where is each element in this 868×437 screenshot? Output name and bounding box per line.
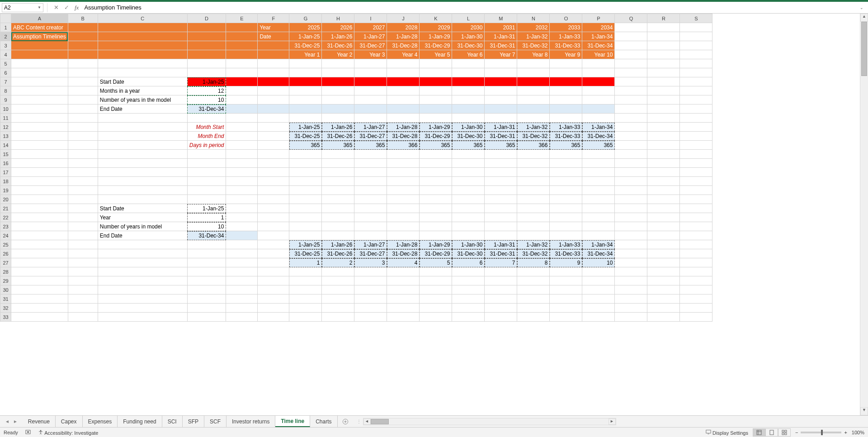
cell-G3[interactable]: 31-Dec-25 (289, 41, 322, 50)
cell-Q26[interactable] (615, 249, 647, 258)
cell-P21[interactable] (582, 204, 615, 213)
cell-F16[interactable] (258, 159, 289, 168)
cell-H10[interactable] (322, 104, 354, 114)
col-header-S[interactable]: S (680, 14, 712, 23)
cell-I29[interactable] (354, 276, 387, 285)
cell-A22[interactable] (11, 213, 68, 222)
cell-K19[interactable] (420, 186, 452, 195)
cell-C28[interactable] (98, 267, 187, 276)
cell-G16[interactable] (289, 159, 322, 168)
cell-F6[interactable] (258, 68, 289, 77)
cell-M14[interactable]: 365 (485, 141, 517, 150)
cell-H9[interactable] (322, 95, 354, 104)
cell-M1[interactable]: 2031 (485, 23, 517, 32)
name-box-dropdown-icon[interactable]: ▼ (38, 5, 41, 10)
cell-Q20[interactable] (615, 195, 647, 204)
cell-Q21[interactable] (615, 204, 647, 213)
cell-J5[interactable] (387, 59, 420, 68)
cell-G20[interactable] (289, 195, 322, 204)
cell-C26[interactable] (98, 249, 187, 258)
cell-C20[interactable] (98, 195, 187, 204)
col-header-R[interactable]: R (647, 14, 680, 23)
sheet-tab-charts[interactable]: Charts (310, 416, 337, 427)
cell-L18[interactable] (452, 177, 485, 186)
cell-L10[interactable] (452, 104, 485, 114)
cell-A8[interactable] (11, 86, 68, 95)
cell-N15[interactable] (517, 150, 550, 159)
sheet-tab-sfp[interactable]: SFP (183, 416, 204, 427)
cell-R11[interactable] (647, 114, 680, 123)
cell-F13[interactable] (258, 132, 289, 141)
scroll-down-icon[interactable]: ▼ (860, 407, 868, 415)
cell-C9[interactable]: Number of years in the model (98, 95, 187, 104)
cell-Q12[interactable] (615, 123, 647, 132)
cell-J3[interactable]: 31-Dec-28 (387, 41, 420, 50)
cell-B24[interactable] (68, 231, 98, 240)
col-header-D[interactable]: D (187, 14, 226, 23)
cell-R19[interactable] (647, 186, 680, 195)
cell-S11[interactable] (680, 114, 712, 123)
row-header-14[interactable]: 14 (0, 141, 11, 150)
cell-Q33[interactable] (615, 313, 647, 322)
cell-R4[interactable] (647, 50, 680, 59)
cell-F7[interactable] (258, 77, 289, 86)
cell-M28[interactable] (485, 267, 517, 276)
cell-G6[interactable] (289, 68, 322, 77)
cell-D33[interactable] (187, 313, 226, 322)
row-header-15[interactable]: 15 (0, 150, 11, 159)
cell-A18[interactable] (11, 177, 68, 186)
cell-H29[interactable] (322, 276, 354, 285)
cell-J15[interactable] (387, 150, 420, 159)
cell-C18[interactable] (98, 177, 187, 186)
cell-A25[interactable] (11, 240, 68, 249)
cell-D7[interactable]: 1-Jan-25 (187, 77, 226, 86)
cell-M12[interactable]: 1-Jan-31 (485, 123, 517, 132)
cell-I17[interactable] (354, 168, 387, 177)
cell-C32[interactable] (98, 304, 187, 313)
cell-S6[interactable] (680, 68, 712, 77)
cell-R29[interactable] (647, 276, 680, 285)
cell-L30[interactable] (452, 285, 485, 294)
row-header-10[interactable]: 10 (0, 104, 11, 114)
row-header-20[interactable]: 20 (0, 195, 11, 204)
cell-M8[interactable] (485, 86, 517, 95)
cell-E17[interactable] (226, 168, 258, 177)
cell-O25[interactable]: 1-Jan-33 (550, 240, 582, 249)
cell-B32[interactable] (68, 304, 98, 313)
cell-Q3[interactable] (615, 41, 647, 50)
cell-I26[interactable]: 31-Dec-27 (354, 249, 387, 258)
cell-M25[interactable]: 1-Jan-31 (485, 240, 517, 249)
cell-O15[interactable] (550, 150, 582, 159)
cell-L27[interactable]: 6 (452, 258, 485, 267)
cell-N8[interactable] (517, 86, 550, 95)
cancel-formula-icon[interactable]: ✕ (51, 4, 61, 11)
cell-Q2[interactable] (615, 32, 647, 41)
zoom-in-button[interactable]: + (844, 430, 847, 435)
cell-A26[interactable] (11, 249, 68, 258)
cell-G32[interactable] (289, 304, 322, 313)
zoom-level[interactable]: 100% (852, 430, 864, 435)
cell-K3[interactable]: 31-Dec-29 (420, 41, 452, 50)
cell-I30[interactable] (354, 285, 387, 294)
cell-R28[interactable] (647, 267, 680, 276)
cell-R25[interactable] (647, 240, 680, 249)
cell-P11[interactable] (582, 114, 615, 123)
cell-L19[interactable] (452, 186, 485, 195)
zoom-slider[interactable]: − + (795, 430, 847, 435)
cell-M19[interactable] (485, 186, 517, 195)
cell-H3[interactable]: 31-Dec-26 (322, 41, 354, 50)
row-header-33[interactable]: 33 (0, 313, 11, 322)
row-header-22[interactable]: 22 (0, 213, 11, 222)
cell-C24[interactable]: End Date (98, 231, 187, 240)
cell-E23[interactable] (226, 222, 258, 231)
row-header-30[interactable]: 30 (0, 285, 11, 294)
cell-C8[interactable]: Months in a year (98, 86, 187, 95)
cell-R31[interactable] (647, 294, 680, 304)
cell-K7[interactable] (420, 77, 452, 86)
cell-B10[interactable] (68, 104, 98, 114)
cell-M20[interactable] (485, 195, 517, 204)
cell-L8[interactable] (452, 86, 485, 95)
cell-I31[interactable] (354, 294, 387, 304)
cell-S10[interactable] (680, 104, 712, 114)
cell-L16[interactable] (452, 159, 485, 168)
